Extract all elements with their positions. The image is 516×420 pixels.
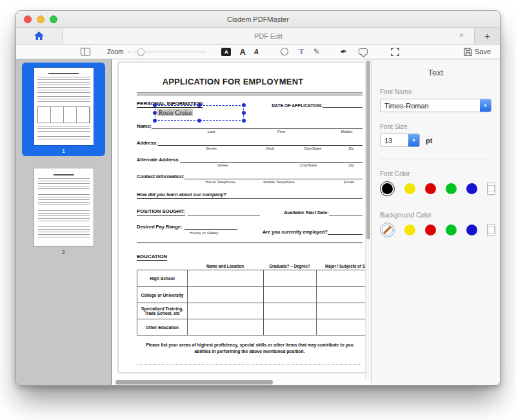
font-name-label: Font Name [380, 88, 491, 95]
sublabel-apt: (Apt) [266, 146, 274, 150]
name-field-line [152, 125, 362, 129]
edu-cell [317, 319, 367, 335]
horizontal-scrollbar-thumb[interactable] [115, 380, 273, 385]
pdf-page[interactable]: APPLICATION FOR EMPLOYMENT PERSONAL INFO… [118, 62, 367, 373]
section-divider [137, 242, 362, 243]
color-swatch-red[interactable] [425, 183, 436, 194]
home-button[interactable] [16, 28, 63, 44]
zoom-slider[interactable] [134, 48, 206, 55]
selection-handle[interactable] [197, 103, 201, 107]
thumbnail-page-2-number: 2 [16, 249, 111, 255]
color-swatch-yellow[interactable] [404, 183, 415, 194]
thumb-decoration [38, 178, 90, 190]
sublabel-mobile-telephone: Mobile Telephone [263, 179, 294, 184]
zoom-minus-icon[interactable]: − [128, 48, 132, 55]
shape-tool-icon[interactable] [280, 47, 289, 56]
vertical-scrollbar-thumb[interactable] [366, 61, 370, 239]
selection-handle[interactable] [242, 103, 246, 107]
thumb-decoration [54, 174, 74, 175]
window-title: Cisdem PDFMaster [16, 15, 500, 23]
thumbnail-page-2[interactable]: 2 [16, 168, 111, 255]
address-field-line [158, 141, 362, 146]
thumbnail-page-1[interactable]: 1 [22, 63, 105, 156]
edu-cell [188, 286, 264, 303]
custom-color-button[interactable] [487, 224, 495, 236]
save-button[interactable]: Save [464, 48, 491, 56]
tab-bar: PDF Edit × + [16, 28, 500, 45]
thumb-decoration [37, 96, 90, 104]
selection-handle[interactable] [242, 119, 246, 123]
pencil-tool-icon[interactable]: ✎ [313, 47, 320, 56]
panel-divider [380, 159, 491, 159]
color-swatch-none[interactable] [382, 225, 393, 235]
sublabel-hourly-salary: Hourly or Salary [190, 230, 218, 235]
name-label: Name: [137, 123, 152, 129]
tab-close-icon[interactable]: × [459, 31, 464, 40]
font-decrease-icon[interactable]: A [254, 48, 259, 55]
sublabel-street: Street [206, 146, 217, 150]
text-selection-box[interactable]: Rosie Cruise [155, 105, 244, 121]
pay-field-line [184, 225, 237, 230]
thumb-decoration [37, 106, 90, 123]
new-tab-button[interactable]: + [474, 28, 500, 44]
highlighter-tool-icon[interactable]: ✒ [340, 46, 348, 56]
edu-row-specialized: Specialized Training, Trade School, etc [137, 303, 188, 319]
selection-handle[interactable] [242, 111, 246, 115]
color-swatch-red[interactable] [425, 225, 436, 235]
font-size-select[interactable]: 13 ▼ [380, 134, 420, 147]
add-image-tool-icon[interactable]: A [221, 48, 231, 56]
custom-color-button[interactable] [487, 183, 495, 195]
app-window: Cisdem PDFMaster PDF Edit × + Zoom − A A… [15, 10, 501, 386]
color-swatch-blue[interactable] [466, 183, 477, 194]
alt-address-label: Alternate Address: [137, 157, 180, 163]
comment-tool-icon[interactable] [359, 48, 368, 55]
selection-handle[interactable] [153, 111, 157, 115]
company-question: How did you learn about our company? [137, 192, 226, 199]
background-color-label: Background Color [380, 212, 491, 219]
color-swatch-black[interactable] [382, 183, 393, 194]
employed-field-line [328, 230, 362, 235]
sidebar-toggle-icon[interactable] [81, 48, 90, 55]
zoom-slider-knob[interactable] [137, 48, 144, 55]
font-color-black-selected[interactable] [380, 181, 395, 196]
sublabel-citystate: City/State [304, 146, 322, 150]
selection-handle[interactable] [197, 119, 201, 123]
edu-cell [317, 303, 367, 319]
address-label: Address: [137, 140, 158, 146]
education-heading: EDUCATION [137, 254, 167, 261]
thumb-decoration [48, 73, 79, 74]
chevron-down-icon[interactable]: ▼ [480, 99, 491, 112]
horizontal-scrollbar[interactable] [112, 379, 365, 385]
text-tool-icon[interactable]: T [299, 46, 304, 57]
color-swatch-blue[interactable] [466, 225, 477, 235]
chevron-down-icon[interactable]: ▼ [408, 134, 419, 146]
color-swatch-green[interactable] [446, 225, 457, 235]
font-size-label: Font Size [380, 123, 491, 130]
tab-pdf-edit[interactable]: PDF Edit × [63, 28, 474, 44]
font-size-value: 13 [381, 137, 408, 145]
selection-handle[interactable] [153, 103, 157, 107]
font-name-select[interactable]: Times-Roman ▼ [380, 99, 491, 112]
bg-color-none-selected[interactable] [380, 223, 395, 237]
skills-line-1: Please list your areas of highest profic… [137, 342, 362, 348]
date-field-line [322, 103, 362, 108]
form-title: APPLICATION FOR EMPLOYMENT [137, 77, 362, 86]
font-name-value: Times-Roman [381, 102, 480, 110]
address-sublabels: Street (Apt) City/State Zip [137, 146, 362, 151]
sublabel-citystate: City/State [300, 163, 317, 167]
edu-cell [317, 270, 367, 286]
color-swatch-yellow[interactable] [404, 225, 415, 235]
selected-text-value[interactable]: Rosie Cruise [157, 109, 193, 116]
custom-color-inner [488, 226, 495, 234]
area-select-tool-icon[interactable] [391, 48, 399, 56]
thumbnail-sidebar: 1 2 [16, 59, 112, 385]
skills-paragraph: Please list your areas of highest profic… [137, 342, 362, 355]
writing-line [137, 355, 361, 365]
contact-field-line [184, 175, 362, 179]
selection-handle[interactable] [153, 119, 157, 123]
color-swatch-green[interactable] [446, 183, 457, 194]
font-increase-icon[interactable]: A [239, 47, 245, 57]
thumb-decoration [37, 126, 90, 134]
vertical-scrollbar[interactable] [365, 59, 371, 379]
sublabel-last: Last [208, 129, 215, 134]
